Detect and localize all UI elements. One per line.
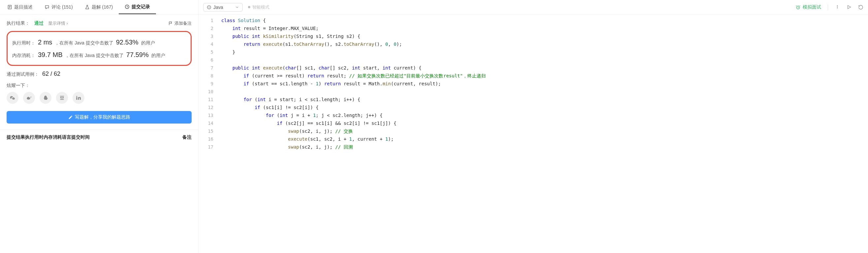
- testcase-value: 62 / 62: [42, 71, 60, 77]
- tab-comments[interactable]: 评论 (151): [39, 0, 79, 14]
- reset-button[interactable]: [858, 5, 863, 10]
- runtime-value: 2 ms: [38, 36, 52, 48]
- th-runtime: 执行用时: [25, 135, 43, 140]
- runtime-text1: ，在所有 Java 提交中击败了: [55, 39, 113, 47]
- status-badge: 通过: [34, 21, 43, 26]
- th-memory: 内存消耗: [43, 135, 62, 140]
- runtime-text2: 的用户: [141, 39, 155, 47]
- editor-topbar: Java 智能模式 模拟面试: [198, 0, 868, 14]
- runtime-label: 执行用时：: [12, 39, 35, 47]
- chevron-down-icon: [235, 5, 239, 9]
- weibo-icon[interactable]: [23, 92, 35, 104]
- douban-icon[interactable]: [56, 92, 68, 104]
- memory-label: 内存消耗：: [12, 51, 35, 60]
- metrics-highlight-box: 执行用时： 2 ms ，在所有 Java 提交中击败了 92.53% 的用户 内…: [7, 31, 192, 66]
- qq-icon[interactable]: [39, 92, 52, 104]
- pencil-icon: [68, 115, 73, 119]
- tab-description-label: 题目描述: [14, 4, 33, 10]
- flag-icon: [168, 21, 173, 26]
- smart-mode-label: 智能模式: [252, 4, 270, 10]
- flask-icon: [85, 5, 90, 9]
- code-body[interactable]: class Solution { int result = Integer.MA…: [217, 14, 868, 253]
- problem-tabs: 题目描述 评论 (151) 题解 (167) 提交记录: [0, 0, 198, 14]
- mock-interview-button[interactable]: 模拟面试: [796, 4, 821, 10]
- th-language: 语言: [62, 135, 71, 140]
- share-icons-row: [7, 92, 192, 104]
- share-label: 炫耀一下：: [7, 83, 192, 88]
- language-select[interactable]: Java: [203, 3, 243, 11]
- results-panel: 执行结果： 通过 显示详情 › 添加备注 执行用时： 2 ms ，在所有 Jav…: [0, 14, 198, 130]
- tab-description[interactable]: 题目描述: [1, 0, 39, 14]
- info-icon: [207, 5, 211, 9]
- memory-text2: 的用户: [151, 51, 165, 60]
- dot-icon: [248, 6, 250, 8]
- tab-submissions-label: 提交记录: [132, 4, 150, 10]
- add-note-button[interactable]: 添加备注: [168, 21, 192, 26]
- code-editor[interactable]: 1234567891011121314151617 class Solution…: [198, 14, 868, 253]
- memory-percent: 77.59%: [126, 48, 149, 61]
- linkedin-icon[interactable]: [72, 92, 85, 104]
- tab-solutions-label: 题解 (167): [92, 4, 113, 10]
- memory-value: 39.7 MB: [38, 48, 62, 61]
- show-detail-link[interactable]: 显示详情 ›: [48, 21, 68, 26]
- svg-marker-13: [848, 6, 851, 9]
- tab-comments-label: 评论 (151): [52, 4, 73, 10]
- memory-row: 内存消耗： 39.7 MB ，在所有 Java 提交中击败了 77.59% 的用…: [12, 48, 186, 61]
- memory-text1: ，在所有 Java 提交中击败了: [65, 51, 123, 60]
- history-icon: [125, 4, 130, 9]
- runtime-percent: 92.53%: [116, 36, 138, 48]
- th-note: 备注: [182, 135, 192, 140]
- alarm-icon: [796, 5, 801, 10]
- line-gutter: 1234567891011121314151617: [198, 14, 217, 253]
- tab-solutions[interactable]: 题解 (167): [79, 0, 119, 14]
- description-icon: [7, 5, 12, 9]
- testcase-label: 通过测试用例：: [7, 71, 39, 77]
- execution-result-label: 执行结果：: [7, 21, 30, 26]
- wechat-icon[interactable]: [7, 92, 19, 104]
- write-solution-button[interactable]: 写题解，分享我的解题思路: [7, 111, 192, 123]
- testcase-row: 通过测试用例： 62 / 62: [7, 71, 192, 77]
- tab-submissions[interactable]: 提交记录: [119, 0, 156, 14]
- comment-icon: [44, 5, 50, 9]
- run-button[interactable]: [846, 5, 851, 9]
- write-solution-label: 写题解，分享我的解题思路: [75, 114, 130, 120]
- th-time: 提交时间: [71, 135, 90, 140]
- mock-interview-label: 模拟面试: [803, 4, 821, 10]
- language-label: Java: [213, 5, 223, 10]
- svg-line-10: [800, 5, 800, 6]
- th-result: 提交结果: [7, 135, 25, 140]
- svg-line-9: [796, 5, 797, 6]
- smart-mode-indicator[interactable]: 智能模式: [248, 4, 270, 10]
- add-note-label: 添加备注: [175, 21, 192, 26]
- runtime-row: 执行用时： 2 ms ，在所有 Java 提交中击败了 92.53% 的用户: [12, 36, 186, 48]
- divider: [828, 4, 828, 10]
- svg-point-12: [837, 6, 837, 6]
- submissions-table-header: 提交结果 执行用时 内存消耗 语言 提交时间 备注: [0, 130, 198, 145]
- info-button[interactable]: [835, 5, 840, 10]
